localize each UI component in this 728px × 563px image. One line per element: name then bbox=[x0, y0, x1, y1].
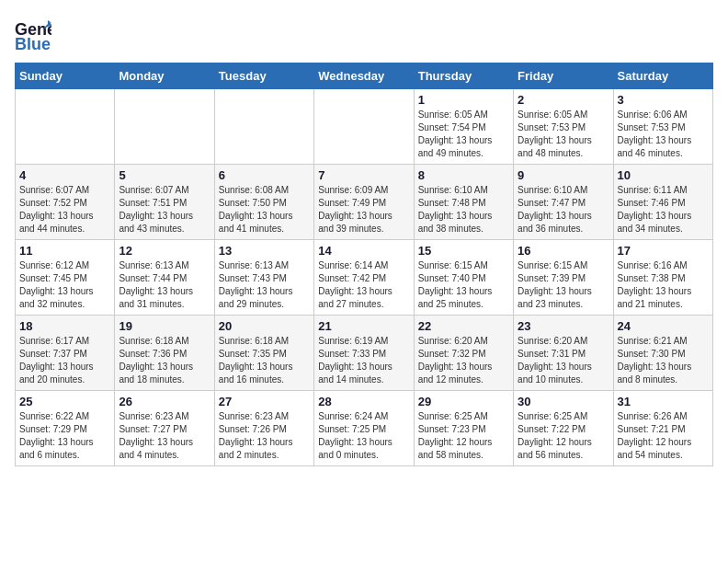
logo: General Blue bbox=[15, 15, 51, 55]
day-info: Sunrise: 6:15 AM Sunset: 7:39 PM Dayligh… bbox=[518, 259, 609, 311]
calendar-cell: 4Sunrise: 6:07 AM Sunset: 7:52 PM Daylig… bbox=[16, 165, 115, 240]
day-number: 5 bbox=[119, 168, 210, 182]
calendar-cell: 30Sunrise: 6:25 AM Sunset: 7:22 PM Dayli… bbox=[514, 391, 613, 466]
day-info: Sunrise: 6:25 AM Sunset: 7:22 PM Dayligh… bbox=[518, 410, 609, 462]
day-number: 20 bbox=[219, 319, 310, 333]
calendar-cell bbox=[115, 89, 214, 165]
day-number: 21 bbox=[318, 319, 409, 333]
calendar-cell: 5Sunrise: 6:07 AM Sunset: 7:51 PM Daylig… bbox=[115, 165, 214, 240]
day-info: Sunrise: 6:08 AM Sunset: 7:50 PM Dayligh… bbox=[219, 184, 310, 236]
calendar-week-2: 4Sunrise: 6:07 AM Sunset: 7:52 PM Daylig… bbox=[16, 165, 713, 240]
calendar-cell: 2Sunrise: 6:05 AM Sunset: 7:53 PM Daylig… bbox=[514, 89, 613, 165]
calendar-cell bbox=[214, 89, 313, 165]
day-info: Sunrise: 6:24 AM Sunset: 7:25 PM Dayligh… bbox=[318, 410, 409, 462]
day-info: Sunrise: 6:20 AM Sunset: 7:32 PM Dayligh… bbox=[418, 335, 509, 386]
day-number: 7 bbox=[318, 168, 409, 182]
calendar-cell: 23Sunrise: 6:20 AM Sunset: 7:31 PM Dayli… bbox=[514, 316, 613, 391]
calendar-cell: 26Sunrise: 6:23 AM Sunset: 7:27 PM Dayli… bbox=[115, 391, 214, 466]
day-number: 22 bbox=[418, 319, 509, 333]
day-number: 12 bbox=[119, 244, 210, 258]
calendar-header-saturday: Saturday bbox=[613, 63, 712, 89]
calendar-cell: 6Sunrise: 6:08 AM Sunset: 7:50 PM Daylig… bbox=[214, 165, 313, 240]
calendar-header-sunday: Sunday bbox=[16, 63, 115, 89]
day-info: Sunrise: 6:10 AM Sunset: 7:48 PM Dayligh… bbox=[418, 184, 509, 236]
day-info: Sunrise: 6:17 AM Sunset: 7:37 PM Dayligh… bbox=[19, 335, 110, 386]
day-number: 19 bbox=[119, 319, 210, 333]
day-info: Sunrise: 6:09 AM Sunset: 7:49 PM Dayligh… bbox=[318, 184, 409, 236]
day-number: 17 bbox=[618, 244, 709, 258]
day-info: Sunrise: 6:23 AM Sunset: 7:27 PM Dayligh… bbox=[119, 410, 210, 462]
day-number: 10 bbox=[618, 168, 709, 182]
calendar-table: SundayMondayTuesdayWednesdayThursdayFrid… bbox=[15, 63, 713, 466]
calendar-cell: 17Sunrise: 6:16 AM Sunset: 7:38 PM Dayli… bbox=[613, 240, 712, 316]
logo-icon: General Blue bbox=[15, 15, 51, 55]
calendar-header-monday: Monday bbox=[115, 63, 214, 89]
day-number: 18 bbox=[19, 319, 110, 333]
calendar-header-tuesday: Tuesday bbox=[214, 63, 313, 89]
day-info: Sunrise: 6:26 AM Sunset: 7:21 PM Dayligh… bbox=[618, 410, 709, 462]
day-number: 8 bbox=[418, 168, 509, 182]
calendar-cell: 18Sunrise: 6:17 AM Sunset: 7:37 PM Dayli… bbox=[16, 316, 115, 391]
calendar-cell: 14Sunrise: 6:14 AM Sunset: 7:42 PM Dayli… bbox=[314, 240, 414, 316]
calendar-cell: 10Sunrise: 6:11 AM Sunset: 7:46 PM Dayli… bbox=[613, 165, 712, 240]
day-number: 2 bbox=[518, 93, 609, 107]
calendar-cell: 11Sunrise: 6:12 AM Sunset: 7:45 PM Dayli… bbox=[16, 240, 115, 316]
calendar-week-4: 18Sunrise: 6:17 AM Sunset: 7:37 PM Dayli… bbox=[16, 316, 713, 391]
day-number: 30 bbox=[518, 395, 609, 408]
day-number: 3 bbox=[618, 93, 709, 107]
calendar-header-row: SundayMondayTuesdayWednesdayThursdayFrid… bbox=[16, 63, 713, 89]
calendar-cell: 27Sunrise: 6:23 AM Sunset: 7:26 PM Dayli… bbox=[214, 391, 313, 466]
day-info: Sunrise: 6:21 AM Sunset: 7:30 PM Dayligh… bbox=[618, 335, 709, 386]
header: General Blue bbox=[15, 15, 713, 55]
calendar-cell: 19Sunrise: 6:18 AM Sunset: 7:36 PM Dayli… bbox=[115, 316, 214, 391]
day-info: Sunrise: 6:12 AM Sunset: 7:45 PM Dayligh… bbox=[19, 259, 110, 311]
calendar-header-wednesday: Wednesday bbox=[314, 63, 414, 89]
day-info: Sunrise: 6:18 AM Sunset: 7:36 PM Dayligh… bbox=[119, 335, 210, 386]
calendar-week-5: 25Sunrise: 6:22 AM Sunset: 7:29 PM Dayli… bbox=[16, 391, 713, 466]
day-number: 31 bbox=[618, 395, 709, 408]
day-info: Sunrise: 6:16 AM Sunset: 7:38 PM Dayligh… bbox=[618, 259, 709, 311]
day-number: 6 bbox=[219, 168, 310, 182]
calendar-cell: 1Sunrise: 6:05 AM Sunset: 7:54 PM Daylig… bbox=[414, 89, 513, 165]
day-info: Sunrise: 6:07 AM Sunset: 7:51 PM Dayligh… bbox=[119, 184, 210, 236]
calendar-cell: 24Sunrise: 6:21 AM Sunset: 7:30 PM Dayli… bbox=[613, 316, 712, 391]
calendar-cell bbox=[314, 89, 414, 165]
day-info: Sunrise: 6:05 AM Sunset: 7:53 PM Dayligh… bbox=[518, 109, 609, 160]
day-number: 16 bbox=[518, 244, 609, 258]
day-info: Sunrise: 6:06 AM Sunset: 7:53 PM Dayligh… bbox=[618, 109, 709, 160]
day-number: 14 bbox=[318, 244, 409, 258]
day-info: Sunrise: 6:15 AM Sunset: 7:40 PM Dayligh… bbox=[418, 259, 509, 311]
calendar-cell: 16Sunrise: 6:15 AM Sunset: 7:39 PM Dayli… bbox=[514, 240, 613, 316]
day-info: Sunrise: 6:22 AM Sunset: 7:29 PM Dayligh… bbox=[19, 410, 110, 462]
calendar-header-friday: Friday bbox=[514, 63, 613, 89]
calendar-cell: 20Sunrise: 6:18 AM Sunset: 7:35 PM Dayli… bbox=[214, 316, 313, 391]
day-info: Sunrise: 6:07 AM Sunset: 7:52 PM Dayligh… bbox=[19, 184, 110, 236]
calendar-cell: 25Sunrise: 6:22 AM Sunset: 7:29 PM Dayli… bbox=[16, 391, 115, 466]
day-number: 27 bbox=[219, 395, 310, 408]
day-number: 4 bbox=[19, 168, 110, 182]
day-number: 24 bbox=[618, 319, 709, 333]
day-info: Sunrise: 6:11 AM Sunset: 7:46 PM Dayligh… bbox=[618, 184, 709, 236]
calendar-cell: 31Sunrise: 6:26 AM Sunset: 7:21 PM Dayli… bbox=[613, 391, 712, 466]
calendar-cell: 29Sunrise: 6:25 AM Sunset: 7:23 PM Dayli… bbox=[414, 391, 513, 466]
day-number: 9 bbox=[518, 168, 609, 182]
calendar-cell: 7Sunrise: 6:09 AM Sunset: 7:49 PM Daylig… bbox=[314, 165, 414, 240]
day-number: 11 bbox=[19, 244, 110, 258]
calendar-cell: 9Sunrise: 6:10 AM Sunset: 7:47 PM Daylig… bbox=[514, 165, 613, 240]
svg-text:Blue: Blue bbox=[15, 35, 51, 52]
day-info: Sunrise: 6:05 AM Sunset: 7:54 PM Dayligh… bbox=[418, 109, 509, 160]
calendar-cell: 8Sunrise: 6:10 AM Sunset: 7:48 PM Daylig… bbox=[414, 165, 513, 240]
calendar-cell: 28Sunrise: 6:24 AM Sunset: 7:25 PM Dayli… bbox=[314, 391, 414, 466]
calendar-cell: 22Sunrise: 6:20 AM Sunset: 7:32 PM Dayli… bbox=[414, 316, 513, 391]
calendar-cell: 15Sunrise: 6:15 AM Sunset: 7:40 PM Dayli… bbox=[414, 240, 513, 316]
day-number: 25 bbox=[19, 395, 110, 408]
day-info: Sunrise: 6:25 AM Sunset: 7:23 PM Dayligh… bbox=[418, 410, 509, 462]
day-number: 29 bbox=[418, 395, 509, 408]
day-info: Sunrise: 6:18 AM Sunset: 7:35 PM Dayligh… bbox=[219, 335, 310, 386]
day-number: 1 bbox=[418, 93, 509, 107]
calendar-cell: 12Sunrise: 6:13 AM Sunset: 7:44 PM Dayli… bbox=[115, 240, 214, 316]
calendar-cell: 21Sunrise: 6:19 AM Sunset: 7:33 PM Dayli… bbox=[314, 316, 414, 391]
day-info: Sunrise: 6:14 AM Sunset: 7:42 PM Dayligh… bbox=[318, 259, 409, 311]
calendar-header-thursday: Thursday bbox=[414, 63, 513, 89]
day-info: Sunrise: 6:10 AM Sunset: 7:47 PM Dayligh… bbox=[518, 184, 609, 236]
